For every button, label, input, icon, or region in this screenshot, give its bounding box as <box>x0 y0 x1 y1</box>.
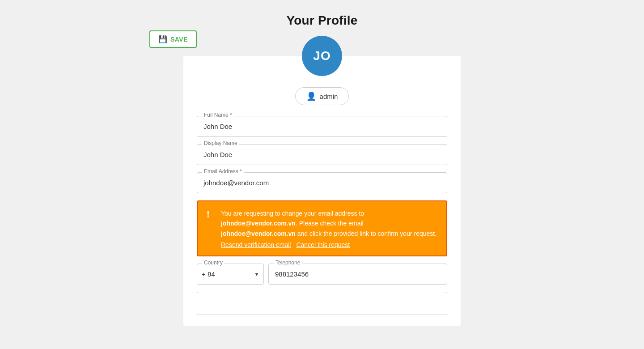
save-button[interactable]: 💾 SAVE <box>149 30 197 48</box>
save-icon: 💾 <box>158 35 168 43</box>
alert-text-before: You are requesting to change your email … <box>221 210 364 217</box>
country-code-select[interactable]: + 84 + 1 + 44 <box>197 264 264 285</box>
user-icon: 👤 <box>306 91 316 101</box>
phone-country-group: Country + 84 + 1 + 44 ▼ <box>197 264 264 285</box>
full-name-input[interactable] <box>197 116 447 137</box>
email-label: Email Address * <box>202 168 244 174</box>
display-name-input[interactable] <box>197 144 447 165</box>
cancel-request-button[interactable]: Cancel this request <box>296 241 350 248</box>
email-change-alert: ! You are requesting to change your emai… <box>197 200 447 256</box>
email-input[interactable] <box>197 172 447 193</box>
email-group: Email Address * <box>197 172 447 193</box>
bottom-field-placeholder <box>197 292 447 315</box>
telephone-input[interactable] <box>268 264 447 285</box>
username-label: admin <box>320 93 338 100</box>
display-name-label: Display Name <box>202 140 239 146</box>
resend-verification-button[interactable]: Resend verification email <box>221 241 291 248</box>
username-badge: 👤 admin <box>295 87 349 105</box>
full-name-group: Full Name * <box>197 116 447 137</box>
page-title: Your Profile <box>286 13 357 28</box>
page-container: Your Profile JO 💾 SAVE 👤 admin Full Name… <box>0 0 644 344</box>
phone-number-group: Telephone <box>268 264 447 285</box>
country-code-label: Country <box>202 260 225 266</box>
display-name-group: Display Name <box>197 144 447 165</box>
alert-new-email-1: johndoe@vendor.com.vn <box>221 220 296 227</box>
alert-text-middle: . Please check the email <box>296 220 364 227</box>
phone-row: Country + 84 + 1 + 44 ▼ Telephone <box>197 264 447 285</box>
alert-links: Resend verification email Cancel this re… <box>221 241 437 248</box>
country-select-wrapper: + 84 + 1 + 44 ▼ <box>197 264 264 285</box>
save-button-label: SAVE <box>170 36 188 43</box>
profile-card: 👤 admin Full Name * Display Name Email A… <box>183 56 461 326</box>
alert-new-email-2: johndoe@vendor.com.vn <box>221 230 296 237</box>
full-name-label: Full Name * <box>202 112 234 118</box>
alert-content: You are requesting to change your email … <box>221 209 437 248</box>
alert-icon: ! <box>207 209 216 220</box>
alert-text-after: and click the provided link to confirm y… <box>296 230 436 237</box>
avatar: JO <box>302 36 342 76</box>
avatar-wrapper: JO <box>302 36 342 76</box>
telephone-label: Telephone <box>274 260 302 266</box>
